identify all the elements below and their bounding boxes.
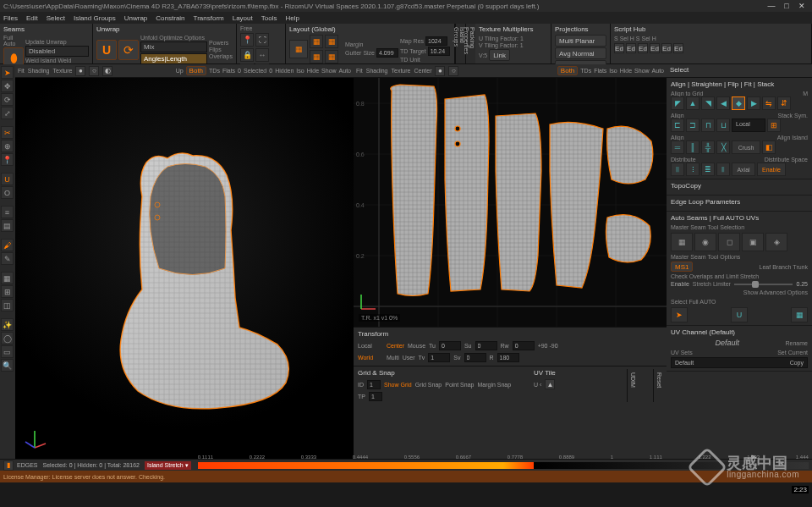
enable-button[interactable]: Enable <box>757 163 786 176</box>
island-stretch-dropdown[interactable]: Island Stretch ▾ <box>145 461 191 470</box>
align-e4[interactable]: ⊔ <box>716 118 730 132</box>
crush-ic[interactable]: ◧ <box>762 141 776 154</box>
multiplanar-button[interactable]: Multi Planar <box>555 35 606 47</box>
center2-label[interactable]: Center <box>414 68 431 74</box>
optimize-label[interactable]: Optimize <box>159 35 183 41</box>
menu-layout[interactable]: Layout <box>233 14 253 22</box>
angles-length-button[interactable]: Angles|Length <box>140 53 207 64</box>
ms1-button[interactable]: MS1 <box>671 262 693 272</box>
u-tiling[interactable]: U Tiling Factor: 1 <box>479 36 547 41</box>
rename-button[interactable]: Rename <box>786 340 808 346</box>
lock-icon[interactable]: 🔒 <box>240 48 254 62</box>
udim-tab[interactable]: UDIM <box>627 369 636 402</box>
shading-label[interactable]: Shading <box>28 68 50 74</box>
str-x-icon[interactable]: ╳ <box>716 141 730 154</box>
auto-cursor-icon[interactable]: ➤ <box>671 307 688 322</box>
user-label[interactable]: User <box>403 355 415 361</box>
tdtarget-input[interactable] <box>428 47 450 56</box>
align-e3[interactable]: ⊓ <box>701 118 715 132</box>
trunk-label[interactable]: Trunk <box>793 264 808 270</box>
su-input[interactable] <box>475 341 497 350</box>
weld-label[interactable]: Weld <box>25 58 39 63</box>
setcurrent-button[interactable]: Set Current <box>777 350 808 355</box>
align-l-icon[interactable]: ◀ <box>716 96 730 110</box>
v-tiling[interactable]: V Tiling Factor: 1 <box>479 42 547 48</box>
advanced-link[interactable]: Show Advanced Options <box>671 289 808 295</box>
align-tr-icon[interactable]: ◥ <box>701 96 715 110</box>
multi-label[interactable]: Multi <box>387 355 399 361</box>
angle90[interactable]: +90 -90 <box>538 343 558 349</box>
rotate-tool-icon[interactable]: ⟳ <box>1 93 14 106</box>
align-r-icon[interactable]: ▶ <box>747 96 760 110</box>
pin-tool-icon[interactable]: 📍 <box>1 153 14 166</box>
r-input[interactable] <box>497 353 519 362</box>
rw-input[interactable] <box>513 341 535 350</box>
unfold-tool-icon[interactable]: U <box>1 173 14 185</box>
weld-tool-icon[interactable]: ⊕ <box>1 140 14 152</box>
grid-tool-icon[interactable]: ⊞ <box>1 285 14 298</box>
vp3d-ic3[interactable]: ◐ <box>102 66 112 76</box>
cut-tool-icon[interactable]: ✂ <box>1 126 14 139</box>
align-t-icon[interactable]: ▲ <box>686 96 700 110</box>
local-label[interactable]: Local <box>358 343 383 349</box>
ed4[interactable]: Ed <box>650 43 660 53</box>
box-icon[interactable]: ◻ <box>718 233 740 251</box>
tds-label[interactable]: TDs <box>209 68 220 74</box>
pelt-icon[interactable]: ◉ <box>694 233 716 251</box>
tv-input[interactable] <box>428 353 450 362</box>
move-tool-icon[interactable]: ✥ <box>1 80 14 92</box>
iso2-label[interactable]: Iso <box>609 68 617 74</box>
texture-label[interactable]: Texture <box>52 68 72 74</box>
vp2d-ic1[interactable]: ● <box>435 66 445 76</box>
unfold-label[interactable]: Unfold <box>140 35 157 41</box>
pack-button[interactable]: ▦ <box>289 40 308 58</box>
enable2-label[interactable]: Enable <box>671 281 689 287</box>
uvtile-u[interactable]: U ‹ <box>534 382 541 388</box>
align-c-icon[interactable]: ◆ <box>732 96 745 110</box>
sv-input[interactable] <box>464 353 486 362</box>
fit-label[interactable]: Fit <box>18 68 25 74</box>
update-unwrap-dropdown[interactable]: Disabled <box>25 46 89 57</box>
layout-ic2[interactable]: ▦ <box>325 35 338 48</box>
copy-button[interactable]: Copy <box>790 360 804 366</box>
showgrid-button[interactable]: Show Grid <box>384 382 412 388</box>
str-h-icon[interactable]: ═ <box>671 141 684 154</box>
both2-button[interactable]: Both <box>557 66 578 75</box>
link-button[interactable]: Link <box>489 49 510 61</box>
pointer-tool-icon[interactable]: ➤ <box>1 66 14 79</box>
unpin-icon[interactable]: ⛶ <box>255 33 269 47</box>
zoom-tool-icon[interactable]: 🔍 <box>1 359 14 372</box>
flats2-label[interactable]: Flats <box>594 68 606 74</box>
flats-label[interactable]: Flats <box>222 68 235 74</box>
h-icon[interactable]: ↔ <box>255 48 269 62</box>
gridsnap-button[interactable]: Grid Snap <box>415 382 442 388</box>
both-button[interactable]: Both <box>186 66 206 75</box>
options-label[interactable]: Options <box>184 35 205 41</box>
vp3d-scene[interactable] <box>15 78 354 459</box>
maximize-button[interactable]: □ <box>780 2 793 10</box>
crush-button[interactable]: Crush <box>732 141 760 154</box>
close-button[interactable]: ✕ <box>795 2 809 10</box>
mapres-input[interactable] <box>425 36 447 46</box>
scale-tool-icon[interactable]: ⤢ <box>1 107 14 119</box>
layout-ic3[interactable]: ▦ <box>310 50 323 63</box>
mode-icon[interactable]: ▮ <box>3 460 14 471</box>
unwrap-u-button[interactable]: U <box>96 40 117 60</box>
leaf-label[interactable]: Leaf <box>760 264 771 270</box>
gutter-input[interactable] <box>376 48 398 58</box>
fit2-label[interactable]: Fit <box>356 68 363 74</box>
tds2-label[interactable]: TDs <box>580 68 591 74</box>
align-tl-icon[interactable]: ◤ <box>671 96 684 110</box>
mosaic-icon[interactable]: ▦ <box>671 233 693 251</box>
show2-label[interactable]: Show <box>634 68 650 74</box>
align-e1[interactable]: ⊏ <box>671 118 684 132</box>
ed1[interactable]: Ed <box>614 43 624 53</box>
tp-input[interactable] <box>369 392 382 401</box>
ed6[interactable]: Ed <box>673 43 683 53</box>
ed5[interactable]: Ed <box>661 43 672 53</box>
tu-input[interactable] <box>439 341 461 350</box>
show-label[interactable]: Show <box>321 68 337 74</box>
default-label[interactable]: Default <box>671 339 784 347</box>
reset-tab[interactable]: Reset <box>653 369 662 402</box>
align-tool-icon[interactable]: ≡ <box>1 206 14 218</box>
